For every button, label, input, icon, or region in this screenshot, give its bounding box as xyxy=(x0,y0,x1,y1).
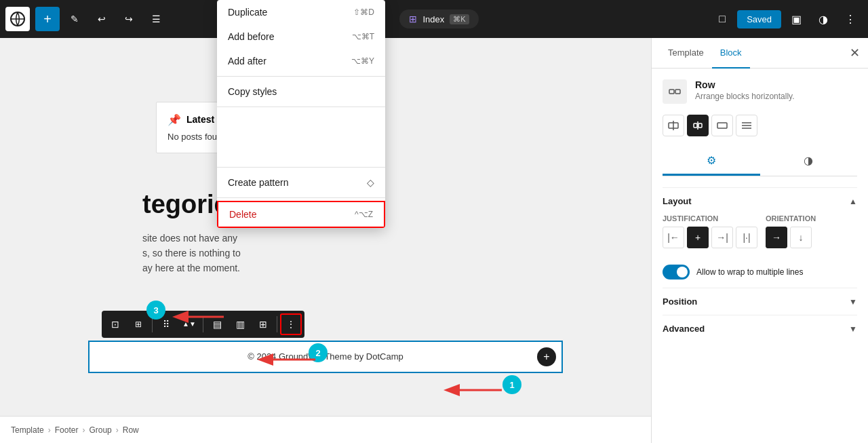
wrap-toggle-row: Allow to wrap to multiple lines xyxy=(663,265,857,280)
ctx-divider-3 xyxy=(217,167,385,168)
tab-template[interactable]: Template xyxy=(660,38,712,69)
svg-rect-1 xyxy=(669,90,674,94)
block-info: Row Arrange blocks horizontally. xyxy=(663,79,857,104)
edit-tool-button[interactable]: ✎ xyxy=(62,7,87,31)
align-center-h-button[interactable] xyxy=(687,115,709,136)
subtab-styles[interactable]: ◑ xyxy=(760,147,858,176)
just-center-button[interactable]: + xyxy=(687,227,709,248)
layout-section-header[interactable]: Layout ▲ xyxy=(663,187,857,214)
breadcrumb-template[interactable]: Template xyxy=(11,425,44,435)
transform-button[interactable]: ⊡ xyxy=(104,313,126,335)
orientation-col: ORIENTATION → ↓ xyxy=(766,214,857,256)
just-right-button[interactable]: →| xyxy=(711,227,733,248)
index-label: Index xyxy=(422,14,444,24)
preview-button[interactable]: □ xyxy=(710,7,734,31)
advanced-chevron-down-icon: ▼ xyxy=(849,324,857,334)
block-icon xyxy=(663,79,687,104)
toolbar-separator-2 xyxy=(203,316,203,332)
redo-button[interactable]: ↪ xyxy=(117,7,141,31)
advanced-section-header[interactable]: Advanced ▼ xyxy=(663,315,857,342)
justification-label: JUSTIFICATION xyxy=(663,214,757,223)
expand-button[interactable]: ⊞ xyxy=(252,313,274,335)
panel-body: Row Arrange blocks horizontally. ⚙ ◑ xyxy=(652,69,868,443)
footer-text: © 2024 GroundWP Theme by DotCamp xyxy=(248,351,403,362)
align-stretch-button[interactable] xyxy=(663,115,684,136)
wrap-toggle[interactable] xyxy=(663,265,690,280)
panel-close-button[interactable]: ✕ xyxy=(850,45,860,60)
justification-orientation-row: JUSTIFICATION |← + →| |·| ORIENTATION → … xyxy=(663,214,857,256)
just-space-button[interactable]: |·| xyxy=(736,227,757,248)
align-center-button[interactable]: ▥ xyxy=(229,313,251,335)
right-panel: Template Block ✕ Row Arrange blocks hori… xyxy=(651,38,868,443)
ctx-delete[interactable]: Delete ^⌥Z xyxy=(217,201,385,228)
document-overview-button[interactable]: ☰ xyxy=(144,7,168,31)
layout-chevron-up-icon: ▲ xyxy=(849,197,857,206)
move-up-down-button[interactable]: ▲▼ xyxy=(178,313,200,335)
footer-link[interactable]: GroundWP Theme xyxy=(279,351,352,362)
ctx-duplicate[interactable]: Duplicate ⇧⌘D xyxy=(217,0,385,24)
svg-rect-2 xyxy=(675,90,680,94)
panel-subtabs: ⚙ ◑ xyxy=(663,147,857,176)
position-section-label: Position xyxy=(663,296,697,307)
breadcrumb-footer[interactable]: Footer xyxy=(55,425,79,435)
footer-row[interactable]: © 2024 GroundWP Theme by DotCamp + xyxy=(88,341,563,373)
ctx-create-pattern[interactable]: Create pattern ◇ xyxy=(217,170,385,195)
block-info-text: Row Arrange blocks horizontally. xyxy=(695,79,795,101)
ctx-spacer xyxy=(217,110,385,164)
align-right-button[interactable] xyxy=(711,115,733,136)
subtab-settings[interactable]: ⚙ xyxy=(663,147,760,176)
layout-justify-button[interactable]: ⊞ xyxy=(127,313,149,335)
ctx-create-pattern-label: Create pattern xyxy=(228,177,289,188)
top-toolbar: + ✎ ↩ ↪ ☰ ⊞ Index ⌘K □ Saved ▣ ◑ ⋮ xyxy=(0,0,868,38)
toggle-sidebar-button[interactable]: ▣ xyxy=(784,7,808,31)
appearance-button[interactable]: ◑ xyxy=(811,7,835,31)
breadcrumb-sep-1: › xyxy=(48,425,51,435)
breadcrumb-row[interactable]: Row xyxy=(123,425,139,435)
tab-block[interactable]: Block xyxy=(712,38,750,69)
align-left-button[interactable]: ▤ xyxy=(206,313,228,335)
toolbar-separator-3 xyxy=(277,316,277,332)
more-options-button[interactable]: ⋮ xyxy=(838,7,863,31)
add-block-button[interactable]: + xyxy=(35,7,60,31)
context-menu: Duplicate ⇧⌘D Add before ⌥⌘T Add after ⌥… xyxy=(217,0,385,228)
footer-add-button[interactable]: + xyxy=(537,347,556,366)
ctx-duplicate-label: Duplicate xyxy=(228,7,267,18)
ctx-add-after-shortcut: ⌥⌘Y xyxy=(351,56,374,66)
ctx-add-before[interactable]: Add before ⌥⌘T xyxy=(217,24,385,49)
svg-rect-8 xyxy=(717,123,727,128)
breadcrumb-sep-3: › xyxy=(116,425,119,435)
index-pill[interactable]: ⊞ Index ⌘K xyxy=(399,9,478,28)
block-desc: Arrange blocks horizontally. xyxy=(695,92,795,101)
drag-handle-button[interactable]: ⠿ xyxy=(155,313,177,335)
ctx-delete-shortcut: ^⌥Z xyxy=(355,210,373,219)
svg-rect-5 xyxy=(694,123,697,128)
ctx-add-after[interactable]: Add after ⌥⌘Y xyxy=(217,49,385,73)
wrap-label: Allow to wrap to multiple lines xyxy=(696,267,803,277)
just-left-button[interactable]: |← xyxy=(663,227,684,248)
pin-icon: 📌 xyxy=(167,113,181,126)
ctx-copy-styles[interactable]: Copy styles xyxy=(217,79,385,104)
ctx-create-pattern-icon: ◇ xyxy=(367,177,374,188)
ctx-add-before-label: Add before xyxy=(228,31,275,42)
advanced-section-label: Advanced xyxy=(663,324,705,334)
toolbar-right: □ Saved ▣ ◑ ⋮ xyxy=(710,7,863,31)
breadcrumb-sep-2: › xyxy=(82,425,85,435)
toolbar-separator xyxy=(152,316,153,332)
orient-vertical-button[interactable]: ↓ xyxy=(790,227,812,248)
panel-tabs: Template Block ✕ xyxy=(652,38,868,69)
orient-horizontal-button[interactable]: → xyxy=(766,227,787,248)
layout-icon: ⊞ xyxy=(409,14,417,24)
breadcrumb-group[interactable]: Group xyxy=(89,425,111,435)
position-section-header[interactable]: Position ▼ xyxy=(663,288,857,315)
block-title: Row xyxy=(695,79,795,90)
index-shortcut: ⌘K xyxy=(450,14,469,24)
undo-button[interactable]: ↩ xyxy=(90,7,114,31)
ctx-add-before-shortcut: ⌥⌘T xyxy=(352,32,374,41)
ctx-divider-2 xyxy=(217,107,385,107)
align-justify-button[interactable] xyxy=(736,115,757,136)
wp-logo[interactable] xyxy=(5,7,30,31)
saved-button[interactable]: Saved xyxy=(737,10,781,28)
more-options-block-button[interactable]: ⋮ xyxy=(280,313,302,335)
ctx-duplicate-shortcut: ⇧⌘D xyxy=(353,7,374,17)
ctx-divider-1 xyxy=(217,76,385,77)
